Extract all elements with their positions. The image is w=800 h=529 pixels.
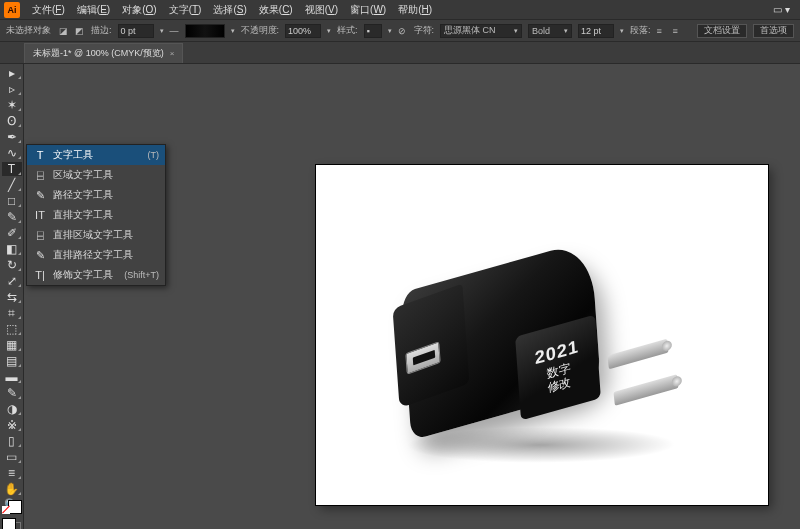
paragraph-label: 段落: xyxy=(630,24,651,37)
style-dropdown[interactable]: ▪ xyxy=(364,24,382,38)
rotate-tool[interactable]: ↻ xyxy=(2,258,22,272)
menu-window[interactable]: 窗口(W) xyxy=(344,1,392,19)
align-center-icon[interactable]: ≡ xyxy=(673,26,683,36)
menu-bar: Ai 文件(F) 编辑(E) 对象(O) 文字(T) 选择(S) 效果(C) 视… xyxy=(0,0,800,20)
stroke-swatch-icon[interactable]: ◩ xyxy=(75,26,85,36)
tool-icon: ⌸ xyxy=(33,169,47,181)
font-weight-dropdown[interactable]: Bold▾ xyxy=(528,24,572,38)
style-label: 样式: xyxy=(337,24,358,37)
free-transform-tool[interactable]: ⌗ xyxy=(2,306,22,320)
column-graph-tool[interactable]: ▯ xyxy=(2,434,22,448)
eyedropper-tool[interactable]: ✎ xyxy=(2,386,22,400)
flyout-item[interactable]: IT直排文字工具 xyxy=(27,205,165,225)
paintbrush-tool[interactable]: ✎ xyxy=(2,210,22,224)
stroke-weight-field[interactable]: 0 pt xyxy=(118,24,154,38)
flyout-item-label: 修饰文字工具 xyxy=(53,268,113,282)
rectangle-tool[interactable]: □ xyxy=(2,194,22,208)
perspective-tool[interactable]: ▦ xyxy=(2,338,22,352)
tool-icon: IT xyxy=(33,209,47,221)
chevron-down-icon[interactable]: ▾ xyxy=(620,27,624,35)
flyout-item-label: 路径文字工具 xyxy=(53,188,113,202)
plug-prong xyxy=(607,339,668,369)
tool-icon: ✎ xyxy=(33,189,47,202)
placed-image[interactable]: 2021 数字 修改 xyxy=(376,255,736,475)
magic-wand-tool[interactable]: ✶ xyxy=(2,98,22,112)
workspace: ▸▹✶ʘ✒∿T╱□✎✐◧↻⤢⇆⌗⬚▦▤▬✎◑※▯▭≡✋🔍 2021 数字 修改 xyxy=(0,64,800,529)
selection-tool[interactable]: ▸ xyxy=(2,66,22,80)
close-icon[interactable]: × xyxy=(170,49,175,58)
stroke-label: 描边: xyxy=(91,24,112,37)
pencil-tool[interactable]: ✐ xyxy=(2,226,22,240)
flyout-item[interactable]: ⌸区域文字工具 xyxy=(27,165,165,185)
blend-tool[interactable]: ◑ xyxy=(2,402,22,416)
tool-icon: ✎ xyxy=(33,249,47,262)
menu-select[interactable]: 选择(S) xyxy=(207,1,252,19)
control-bar: 未选择对象 ◪ ◩ 描边: 0 pt ▾ — ▾ 不透明度: 100% ▾ 样式… xyxy=(0,20,800,42)
link-icon[interactable]: ⊘ xyxy=(398,26,408,36)
canvas-area[interactable]: 2021 数字 修改 xyxy=(24,64,800,529)
flyout-item-label: 文字工具 xyxy=(53,148,93,162)
eraser-tool[interactable]: ◧ xyxy=(2,242,22,256)
flyout-item-label: 直排区域文字工具 xyxy=(53,228,133,242)
menu-extras-icon[interactable]: ▭ ▾ xyxy=(767,2,796,17)
flyout-item-label: 直排路径文字工具 xyxy=(53,248,133,262)
scale-tool[interactable]: ⤢ xyxy=(2,274,22,288)
type-tool[interactable]: T xyxy=(2,162,22,176)
artboard-tool[interactable]: ▭ xyxy=(2,450,22,464)
flyout-item[interactable]: T|修饰文字工具(Shift+T) xyxy=(27,265,165,285)
document-tab-bar: 未标题-1* @ 100% (CMYK/预览) × xyxy=(0,42,800,64)
document-tab-title: 未标题-1* @ 100% (CMYK/预览) xyxy=(33,47,164,60)
flyout-item-label: 直排文字工具 xyxy=(53,208,113,222)
flyout-item-shortcut: (Shift+T) xyxy=(124,270,159,280)
direct-selection-tool[interactable]: ▹ xyxy=(2,82,22,96)
flyout-item[interactable]: ⌸直排区域文字工具 xyxy=(27,225,165,245)
type-tool-flyout: T文字工具(T)⌸区域文字工具✎路径文字工具IT直排文字工具⌸直排区域文字工具✎… xyxy=(26,144,166,286)
mesh-tool[interactable]: ▤ xyxy=(2,354,22,368)
menu-object[interactable]: 对象(O) xyxy=(116,1,162,19)
flyout-item-label: 区域文字工具 xyxy=(53,168,113,182)
curvature-tool[interactable]: ∿ xyxy=(2,146,22,160)
gradient-tool[interactable]: ▬ xyxy=(2,370,22,384)
flyout-item[interactable]: T文字工具(T) xyxy=(27,145,165,165)
app-logo: Ai xyxy=(4,2,20,18)
menu-help[interactable]: 帮助(H) xyxy=(392,1,438,19)
symbol-sprayer-tool[interactable]: ※ xyxy=(2,418,22,432)
preferences-button[interactable]: 首选项 xyxy=(753,24,794,38)
tool-icon: T| xyxy=(33,269,47,281)
menu-edit[interactable]: 编辑(E) xyxy=(71,1,116,19)
font-family-dropdown[interactable]: 思源黑体 CN▾ xyxy=(440,24,522,38)
font-size-field[interactable]: 12 pt xyxy=(578,24,614,38)
menu-effect[interactable]: 效果(C) xyxy=(253,1,299,19)
menu-type[interactable]: 文字(T) xyxy=(163,1,208,19)
toolbox: ▸▹✶ʘ✒∿T╱□✎✐◧↻⤢⇆⌗⬚▦▤▬✎◑※▯▭≡✋🔍 xyxy=(0,64,24,529)
document-tab[interactable]: 未标题-1* @ 100% (CMYK/预览) × xyxy=(24,43,183,63)
brush-definition[interactable] xyxy=(185,24,225,38)
opacity-label: 不透明度: xyxy=(241,24,280,37)
font-label: 字符: xyxy=(414,24,435,37)
chevron-down-icon[interactable]: ▾ xyxy=(327,27,331,35)
slice-tool[interactable]: ≡ xyxy=(2,466,22,480)
chevron-down-icon[interactable]: ▾ xyxy=(388,27,392,35)
opacity-field[interactable]: 100% xyxy=(285,24,321,38)
tool-icon: ⌸ xyxy=(33,229,47,241)
menu-view[interactable]: 视图(V) xyxy=(299,1,344,19)
pen-tool[interactable]: ✒ xyxy=(2,130,22,144)
menu-file[interactable]: 文件(F) xyxy=(26,1,71,19)
selection-status: 未选择对象 xyxy=(6,24,51,37)
hand-tool[interactable]: ✋ xyxy=(2,482,22,496)
lasso-tool[interactable]: ʘ xyxy=(2,114,22,128)
align-left-icon[interactable]: ≡ xyxy=(657,26,667,36)
artboard[interactable]: 2021 数字 修改 xyxy=(316,165,768,505)
line-segment-tool[interactable]: ╱ xyxy=(2,178,22,192)
flyout-item-shortcut: (T) xyxy=(148,150,160,160)
width-tool[interactable]: ⇆ xyxy=(2,290,22,304)
plug-prong xyxy=(613,374,678,406)
chevron-down-icon[interactable]: ▾ xyxy=(231,27,235,35)
tool-icon: T xyxy=(33,149,47,161)
fill-swatch-icon[interactable]: ◪ xyxy=(59,26,69,36)
flyout-item[interactable]: ✎路径文字工具 xyxy=(27,185,165,205)
document-setup-button[interactable]: 文档设置 xyxy=(697,24,747,38)
flyout-item[interactable]: ✎直排路径文字工具 xyxy=(27,245,165,265)
chevron-down-icon[interactable]: ▾ xyxy=(160,27,164,35)
shape-builder-tool[interactable]: ⬚ xyxy=(2,322,22,336)
